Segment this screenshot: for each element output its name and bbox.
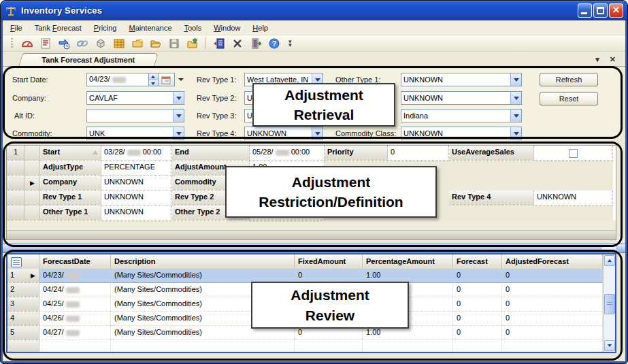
other-type-1-combobox[interactable]: UNKNOWN: [401, 73, 522, 86]
alt-id-combobox[interactable]: [86, 109, 184, 122]
commodity-combobox[interactable]: UNK: [86, 127, 184, 140]
cell-description[interactable]: (Many Sites/Commodities): [111, 269, 295, 283]
refresh-button[interactable]: Refresh: [540, 73, 598, 86]
combo-arrow-icon[interactable]: [173, 110, 184, 122]
combo-arrow-icon[interactable]: [510, 110, 521, 122]
row-header[interactable]: 4: [7, 312, 39, 326]
combo-arrow-icon[interactable]: [510, 73, 521, 86]
menu-pricing[interactable]: Pricing: [94, 24, 117, 32]
scroll-down-icon[interactable]: [604, 340, 615, 351]
tab-strip-controls[interactable]: ▾ ✕: [595, 55, 620, 64]
open-folder-icon[interactable]: [149, 37, 163, 50]
menu-tank-forecast[interactable]: Tank Forecast: [35, 24, 82, 32]
cell-adjustedforecast[interactable]: 0: [502, 283, 603, 297]
definition-value-priority[interactable]: 0: [388, 146, 449, 161]
column-header-description[interactable]: Description: [111, 254, 295, 269]
export-folder-icon[interactable]: [186, 37, 199, 50]
cell-adjustedforecast[interactable]: 0: [502, 269, 603, 283]
menu-file[interactable]: File: [10, 24, 22, 32]
column-header-forecast[interactable]: Forecast: [453, 254, 502, 269]
links-icon[interactable]: [76, 37, 89, 50]
splitter-button[interactable]: [601, 245, 617, 252]
menu-maintenance[interactable]: Maintenance: [129, 24, 172, 32]
delete-icon[interactable]: [231, 37, 244, 50]
maximize-button[interactable]: [593, 3, 608, 18]
combo-arrow-icon[interactable]: [173, 92, 184, 104]
vertical-scrollbar[interactable]: [603, 254, 615, 352]
definition-value-other-type-1[interactable]: UNKNOWN: [101, 205, 172, 220]
start-date-input[interactable]: 04/23/: [86, 73, 149, 86]
other-row2-combobox[interactable]: UNKNOWN: [401, 91, 522, 105]
cell-fixedamount[interactable]: 0: [295, 269, 363, 283]
close-button[interactable]: ✕: [609, 3, 623, 18]
row-header[interactable]: 2: [7, 283, 39, 297]
rev-type-4-combobox[interactable]: UNKNOWN: [244, 127, 323, 140]
other-row3-combobox[interactable]: Indiana: [401, 109, 522, 122]
table-icon[interactable]: [112, 37, 126, 50]
definition-value-company[interactable]: UNKNOWN: [101, 176, 172, 191]
help-icon[interactable]: ?: [267, 37, 281, 50]
cell-forecast[interactable]: 0: [453, 326, 502, 340]
field-chooser-icon[interactable]: [11, 257, 22, 267]
combo-arrow-icon[interactable]: [173, 127, 184, 139]
cell-forecast[interactable]: 0: [453, 297, 502, 312]
combo-arrow-icon[interactable]: [510, 92, 521, 104]
cell-forecastdate[interactable]: 04/23/: [39, 269, 111, 283]
scroll-up-icon[interactable]: [604, 255, 615, 266]
use-average-sales-checkbox[interactable]: [569, 149, 578, 158]
cell-adjustedforecast[interactable]: 0: [502, 326, 603, 340]
commodity-label: Commodity:: [12, 129, 52, 137]
cell-forecastdate[interactable]: 04/25/: [39, 297, 111, 312]
row-header[interactable]: 5: [7, 326, 39, 340]
cell-adjustedforecast[interactable]: 0: [502, 312, 603, 326]
spin-up-icon[interactable]: [149, 73, 158, 80]
definition-value-rev-type-4[interactable]: UNKNOWN: [534, 191, 613, 205]
scrollbar-thumb[interactable]: [604, 294, 615, 314]
combo-arrow-icon[interactable]: [312, 127, 323, 139]
definition-value-adjusttype[interactable]: PERCENTAGE: [101, 161, 172, 176]
calendar-button[interactable]: [159, 73, 175, 86]
cell-forecast[interactable]: 0: [453, 269, 502, 283]
row-header[interactable]: 1▶: [7, 269, 39, 283]
definition-grid-footer: [6, 230, 616, 240]
splitter-bar[interactable]: [3, 244, 625, 253]
calendar-dropdown-icon[interactable]: [176, 73, 185, 86]
definition-value-rev-type-1[interactable]: UNKNOWN: [101, 191, 172, 205]
column-header-forecastdate[interactable]: ForecastDate: [39, 254, 111, 269]
start-date-spinner[interactable]: [149, 73, 159, 86]
definition-value-end[interactable]: 05/28/ 00:00: [250, 146, 325, 161]
schedule-icon[interactable]: [57, 37, 71, 50]
column-header-adjustedforecast[interactable]: AdjustedForecast: [502, 254, 603, 269]
toolbar-overflow-icon[interactable]: ▾▾: [288, 40, 292, 47]
save-icon[interactable]: [167, 37, 181, 50]
redacted-text: [127, 150, 141, 156]
cell-percentageamount[interactable]: 1.00: [363, 269, 453, 283]
new-folder-icon[interactable]: [131, 37, 144, 50]
cube-icon[interactable]: [94, 37, 108, 50]
company-combobox[interactable]: CAVLAF: [86, 91, 184, 105]
cell-forecast[interactable]: 0: [453, 312, 502, 326]
toolbar-grip[interactable]: [11, 38, 13, 49]
menu-tools[interactable]: Tools: [184, 24, 202, 32]
exit-icon[interactable]: [249, 37, 263, 50]
spin-down-icon[interactable]: [149, 80, 158, 86]
tab-tank-forecast-adjustment[interactable]: Tank Forecast Adjustment: [18, 53, 159, 67]
definition-value-start[interactable]: 03/28/ 00:00: [101, 146, 172, 161]
reset-button[interactable]: Reset: [540, 92, 598, 105]
report-icon[interactable]: [39, 37, 52, 50]
cell-forecast[interactable]: 0: [453, 283, 502, 297]
import-list-icon[interactable]: [212, 37, 226, 50]
row-header[interactable]: 3: [7, 297, 39, 312]
menu-help[interactable]: Help: [252, 24, 268, 32]
gauge-icon[interactable]: [20, 37, 34, 50]
commodity-class-combobox[interactable]: UNKNOWN: [401, 127, 522, 140]
minimize-button[interactable]: [578, 3, 592, 18]
menu-window[interactable]: Window: [214, 24, 240, 32]
cell-forecastdate[interactable]: 04/27/: [39, 326, 111, 340]
cell-forecastdate[interactable]: 04/26/: [39, 312, 111, 326]
column-header-percentageamount[interactable]: PercentageAmount: [363, 254, 453, 269]
cell-forecastdate[interactable]: 04/24/: [39, 283, 111, 297]
column-header-fixedamount[interactable]: FixedAmount: [295, 254, 363, 269]
combo-arrow-icon[interactable]: [510, 127, 521, 139]
cell-adjustedforecast[interactable]: 0: [502, 297, 603, 312]
